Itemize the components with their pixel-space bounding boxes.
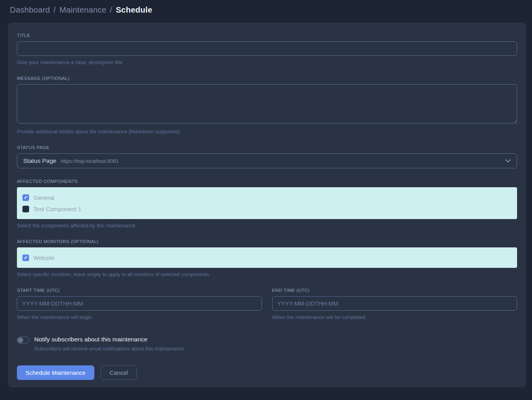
component-option-test-component-1[interactable]: Test Component 1 (22, 204, 512, 214)
checkbox-icon[interactable] (22, 194, 29, 201)
time-fields-row: START TIME (UTC) When the maintenance wi… (17, 288, 517, 320)
component-option-label: Test Component 1 (33, 206, 81, 212)
message-textarea[interactable] (17, 84, 517, 124)
status-page-label: STATUS PAGE (17, 145, 517, 150)
breadcrumb-separator: / (53, 5, 56, 15)
form-actions: Schedule Maintenance Cancel (17, 365, 517, 380)
end-time-input[interactable] (272, 296, 517, 311)
affected-components-label: AFFECTED COMPONENTS (17, 179, 517, 184)
status-page-selected-name: Status Page (23, 157, 56, 164)
notify-subscribers-label: Notify subscribers about this maintenanc… (34, 336, 184, 343)
affected-components-help-text: Select the components affected by this m… (17, 223, 517, 229)
message-help-text: Provide additional details about the mai… (17, 129, 517, 135)
start-time-group: START TIME (UTC) When the maintenance wi… (17, 288, 262, 320)
message-group: MESSAGE (OPTIONAL) Provide additional de… (17, 76, 517, 135)
top-bar: Dashboard / Maintenance / Schedule (0, 0, 532, 19)
end-time-label: END TIME (UTC) (272, 288, 517, 293)
schedule-maintenance-button[interactable]: Schedule Maintenance (17, 365, 94, 380)
breadcrumb-dashboard[interactable]: Dashboard (10, 5, 50, 15)
status-page-selected-url: https://hsp.localhost:8081 (61, 158, 118, 164)
title-label: TITLE (17, 33, 517, 38)
breadcrumb-maintenance[interactable]: Maintenance (59, 5, 107, 15)
start-time-label: START TIME (UTC) (17, 288, 262, 293)
checkbox-icon[interactable] (22, 254, 29, 261)
notify-subscribers-row: Notify subscribers about this maintenanc… (17, 336, 517, 352)
breadcrumb-separator: / (110, 5, 112, 15)
affected-monitors-label: AFFECTED MONITORS (OPTIONAL) (17, 239, 517, 244)
affected-monitors-listbox: Website (17, 247, 517, 268)
notify-subscribers-toggle[interactable] (17, 337, 29, 344)
end-time-group: END TIME (UTC) When the maintenance will… (272, 288, 517, 320)
status-page-select[interactable]: Status Page https://hsp.localhost:8081 (17, 153, 517, 168)
monitor-option-website[interactable]: Website (22, 253, 512, 262)
component-option-general[interactable]: General (22, 193, 512, 202)
breadcrumb-current-schedule: Schedule (116, 5, 153, 15)
start-time-help-text: When the maintenance will begin (17, 314, 262, 320)
monitor-option-label: Website (33, 254, 55, 261)
component-option-label: General (33, 194, 54, 201)
title-input[interactable] (17, 41, 517, 56)
notify-subscribers-text: Notify subscribers about this maintenanc… (34, 336, 184, 352)
end-time-help-text: When the maintenance will be completed (272, 314, 517, 320)
title-group: TITLE Give your maintenance a clear, des… (17, 33, 517, 65)
notify-subscribers-help-text: Subscribers will receive email notificat… (34, 346, 184, 352)
title-help-text: Give your maintenance a clear, descripti… (17, 59, 517, 65)
status-page-group: STATUS PAGE Status Page https://hsp.loca… (17, 145, 517, 168)
chevron-down-icon (505, 159, 511, 162)
start-time-input[interactable] (17, 296, 262, 311)
schedule-maintenance-form-card: TITLE Give your maintenance a clear, des… (8, 22, 526, 387)
affected-components-group: AFFECTED COMPONENTS General Test Compone… (17, 179, 517, 229)
checkbox-icon[interactable] (22, 206, 29, 212)
breadcrumb: Dashboard / Maintenance / Schedule (10, 5, 522, 15)
message-label: MESSAGE (OPTIONAL) (17, 76, 517, 81)
toggle-knob (18, 337, 23, 343)
affected-monitors-help-text: Select specific monitors; leave empty to… (17, 271, 517, 277)
cancel-button[interactable]: Cancel (101, 365, 137, 380)
affected-components-listbox: General Test Component 1 (17, 187, 517, 219)
affected-monitors-group: AFFECTED MONITORS (OPTIONAL) Website Sel… (17, 239, 517, 277)
